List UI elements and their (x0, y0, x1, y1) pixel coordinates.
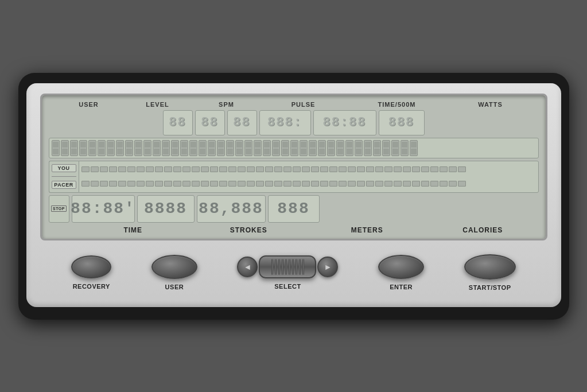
pace-seg (88, 140, 96, 156)
recovery-label: RECOVERY (73, 283, 110, 290)
calories-bottom-label: CALORIES (457, 226, 508, 234)
pace-seg (52, 140, 60, 156)
user-button[interactable] (151, 255, 197, 279)
watts-label: WATTS (468, 101, 514, 108)
start-stop-label: START/STOP (469, 284, 511, 291)
select-main-button[interactable] (259, 255, 316, 278)
pace-seg (116, 140, 124, 156)
pace-seg (355, 140, 363, 156)
you-lane (81, 166, 536, 172)
you-label: YOU (52, 164, 76, 172)
pace-seg (98, 140, 106, 156)
pace-seg (226, 140, 234, 156)
pulse-value: 888: (267, 115, 302, 130)
pace-seg (153, 140, 161, 156)
pace-seg (391, 140, 399, 156)
pace-seg (70, 140, 78, 156)
select-group: ◄ (237, 255, 338, 290)
select-ridges (271, 259, 304, 275)
pace-seg (373, 140, 381, 156)
level-display: 88 (195, 110, 225, 135)
select-left-button[interactable]: ◄ (237, 257, 258, 277)
pace-seg (401, 140, 409, 156)
bottom-labels-row: TIME STROKES METERS CALORIES (49, 226, 539, 234)
top-digit-row: 88 88 88 888: 88:88 888 (49, 110, 539, 135)
pace-seg (143, 140, 151, 156)
pace-seg (336, 140, 344, 156)
pace-seg (327, 140, 335, 156)
pace-seg (254, 140, 262, 156)
strokes-value: 8888 (144, 200, 187, 218)
meters-display: 88,888 (197, 195, 266, 223)
pacer-lane (81, 181, 536, 187)
pace-seg (199, 140, 207, 156)
pace-seg (171, 140, 179, 156)
pace-seg (281, 140, 289, 156)
time500m-value: 88:88 (322, 115, 366, 130)
pace-seg (162, 140, 170, 156)
stop-label-box: STOP (49, 195, 69, 223)
pace-bar-row (49, 138, 539, 158)
user-group: USER (151, 255, 197, 290)
spm-value: 88 (233, 115, 250, 130)
calories-value: 888 (277, 200, 309, 218)
recovery-button[interactable] (71, 255, 111, 278)
strokes-display: 8888 (137, 195, 195, 223)
pace-seg (410, 140, 418, 156)
start-stop-button[interactable] (464, 254, 516, 280)
you-pacer-section: YOU PACER (49, 161, 539, 193)
pace-seg (382, 140, 390, 156)
time500m-label: TIME/500M (366, 101, 429, 108)
pace-seg (318, 140, 326, 156)
calories-display: 888 (268, 195, 320, 223)
pace-seg (189, 140, 197, 156)
user-label: USER (74, 101, 104, 108)
device-inner: USER LEVEL SPM PULSE TIME/500M WATTS 88 … (26, 83, 561, 307)
race-track (79, 161, 539, 193)
level-label: LEVEL (143, 101, 173, 108)
time-bottom-label: TIME (102, 226, 165, 234)
enter-button[interactable] (378, 255, 424, 279)
select-control: ◄ (237, 255, 338, 278)
user-value: 88 (169, 115, 186, 130)
pace-seg (235, 140, 243, 156)
time-display: 88:88' (72, 195, 135, 223)
strokes-bottom-label: STROKES (220, 226, 277, 234)
spm-display: 88 (227, 110, 257, 135)
pulse-display: 888: (259, 110, 311, 135)
pace-seg (107, 140, 115, 156)
top-labels-row: USER LEVEL SPM PULSE TIME/500M WATTS (49, 101, 539, 108)
pace-seg (309, 140, 317, 156)
pace-seg (125, 140, 133, 156)
level-value: 88 (201, 115, 218, 130)
pace-seg (364, 140, 372, 156)
enter-label: ENTER (390, 284, 413, 290)
you-pacer-labels: YOU PACER (49, 161, 79, 193)
pace-seg (217, 140, 225, 156)
recovery-group: RECOVERY (71, 255, 111, 290)
time500m-display: 88:88 (313, 110, 376, 135)
watts-display: 888 (379, 110, 425, 135)
start-stop-group: START/STOP (464, 254, 516, 291)
meters-bottom-label: METERS (333, 226, 402, 234)
pace-seg (244, 140, 252, 156)
watts-value: 888 (388, 115, 415, 130)
buttons-row: RECOVERY USER ◄ (40, 254, 547, 291)
pace-seg (61, 140, 69, 156)
meters-value: 88,888 (199, 200, 263, 218)
lcd-display: USER LEVEL SPM PULSE TIME/500M WATTS 88 … (40, 94, 547, 240)
enter-group: ENTER (378, 255, 424, 290)
pace-seg (345, 140, 353, 156)
select-right-button[interactable]: ► (317, 257, 338, 277)
pace-seg (300, 140, 308, 156)
pace-seg (263, 140, 271, 156)
device-outer: USER LEVEL SPM PULSE TIME/500M WATTS 88 … (18, 73, 569, 320)
user-display: 88 (163, 110, 193, 135)
pulse-label: PULSE (281, 101, 326, 108)
user-btn-label: USER (165, 284, 184, 290)
pace-seg (272, 140, 280, 156)
pace-seg (180, 140, 188, 156)
pace-seg (208, 140, 216, 156)
bottom-display-row: STOP 88:88' 8888 88,888 888 (49, 195, 539, 223)
pace-seg (290, 140, 298, 156)
